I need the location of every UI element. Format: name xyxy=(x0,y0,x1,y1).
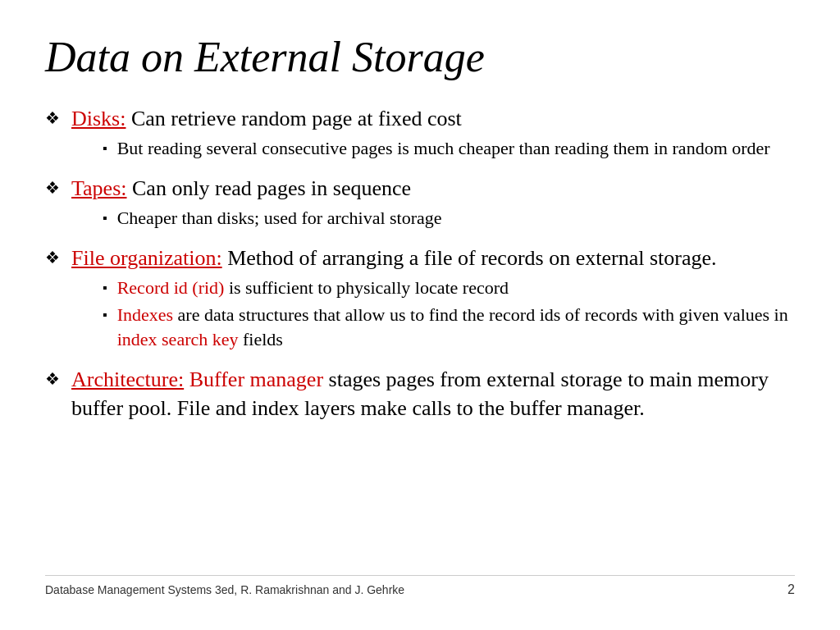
slide-footer: Database Management Systems 3ed, R. Rama… xyxy=(45,575,795,597)
footer-citation: Database Management Systems 3ed, R. Rama… xyxy=(45,583,404,596)
tapes-sub-1: ▪ Cheaper than disks; used for archival … xyxy=(103,206,795,231)
square-bullet-icon-2: ▪ xyxy=(103,209,107,227)
slide-content: ❖ Disks: Can retrieve random page at fix… xyxy=(45,104,795,575)
slide: Data on External Storage ❖ Disks: Can re… xyxy=(0,0,840,630)
disks-link: Disks: xyxy=(71,107,126,130)
file-org-sub-1: ▪ Record id (rid) is sufficient to physi… xyxy=(103,276,795,300)
square-bullet-icon-4: ▪ xyxy=(103,306,107,324)
file-org-body: Method of arranging a file of records on… xyxy=(227,246,716,270)
slide-title: Data on External Storage xyxy=(45,33,795,81)
bullet-architecture: ❖ Architecture: Buffer manager stages pa… xyxy=(45,365,795,422)
buffer-manager-text: Buffer manager xyxy=(189,368,323,391)
file-org-sub-2: ▪ Indexes are data structures that allow… xyxy=(103,303,795,351)
diamond-icon-2: ❖ xyxy=(45,177,60,199)
bullet-architecture-text: Architecture: Buffer manager stages page… xyxy=(71,365,795,422)
record-id-text: Record id (rid) xyxy=(117,277,225,298)
record-id-body: is sufficient to physically locate recor… xyxy=(229,277,509,298)
disks-sub-1-text: But reading several consecutive pages is… xyxy=(117,136,795,161)
bullet-disks: ❖ Disks: Can retrieve random page at fix… xyxy=(45,104,795,166)
index-search-key-text: index search key xyxy=(117,329,239,349)
square-bullet-icon-3: ▪ xyxy=(103,279,107,297)
bullet-file-org: ❖ File organization: Method of arranging… xyxy=(45,244,795,357)
file-org-link: File organization: xyxy=(71,246,222,270)
file-org-sub-2-text: Indexes are data structures that allow u… xyxy=(117,303,795,351)
file-org-sub-1-text: Record id (rid) is sufficient to physica… xyxy=(117,276,795,300)
tapes-body: Can only read pages in sequence xyxy=(132,176,411,200)
bullet-disks-text: Disks: Can retrieve random page at fixed… xyxy=(71,104,795,166)
file-org-sub-bullets: ▪ Record id (rid) is sufficient to physi… xyxy=(103,276,795,352)
diamond-icon-1: ❖ xyxy=(45,107,60,130)
bullet-tapes: ❖ Tapes: Can only read pages in sequence… xyxy=(45,174,795,235)
bullet-tapes-text: Tapes: Can only read pages in sequence ▪… xyxy=(71,174,795,235)
bullet-file-org-text: File organization: Method of arranging a… xyxy=(71,244,795,357)
disks-sub-1: ▪ But reading several consecutive pages … xyxy=(103,136,795,161)
indexes-body-2: fields xyxy=(243,329,283,349)
diamond-icon-4: ❖ xyxy=(45,368,60,390)
tapes-sub-1-text: Cheaper than disks; used for archival st… xyxy=(117,206,795,231)
slide-number: 2 xyxy=(788,582,795,597)
square-bullet-icon-1: ▪ xyxy=(103,139,107,158)
disks-sub-bullets: ▪ But reading several consecutive pages … xyxy=(103,136,795,161)
tapes-link: Tapes: xyxy=(71,176,127,200)
tapes-sub-bullets: ▪ Cheaper than disks; used for archival … xyxy=(103,206,795,231)
disks-body: Can retrieve random page at fixed cost xyxy=(131,107,462,130)
indexes-text: Indexes xyxy=(117,304,173,325)
diamond-icon-3: ❖ xyxy=(45,247,60,269)
architecture-link: Architecture: xyxy=(71,368,184,391)
indexes-body-1: are data structures that allow us to fin… xyxy=(178,304,788,325)
